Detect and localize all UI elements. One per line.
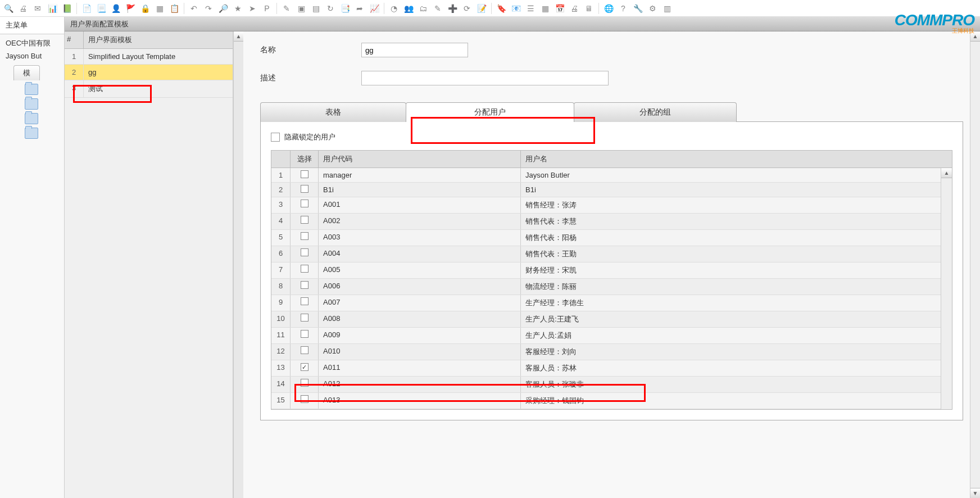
reload-icon[interactable]: ↻ xyxy=(324,2,337,15)
ut-header-code: 用户代码 xyxy=(319,151,521,167)
fwd-icon[interactable]: ↷ xyxy=(202,2,215,15)
arrow-icon[interactable]: ➤ xyxy=(246,2,258,15)
row-checkbox[interactable] xyxy=(301,330,308,338)
template-row[interactable]: 2gg xyxy=(65,65,233,80)
folder-icon[interactable] xyxy=(25,128,38,139)
row-checkbox[interactable]: ✓ xyxy=(301,363,308,371)
row-checkbox[interactable] xyxy=(301,297,308,305)
table-row[interactable]: 6 A004 销售代表：王勤 xyxy=(271,246,941,262)
gear-icon[interactable]: ⚙ xyxy=(646,2,659,15)
ut-row-name: 客服人员：苏林 xyxy=(521,360,941,376)
bar1-icon[interactable]: ▣ xyxy=(295,2,307,15)
print-icon[interactable]: 🖨 xyxy=(17,2,29,15)
zoom-icon[interactable]: 🔍 xyxy=(2,2,15,15)
table-row[interactable]: 3 A001 销售经理：张涛 xyxy=(271,197,941,214)
chart-icon[interactable]: 📈 xyxy=(368,2,380,15)
row-checkbox[interactable] xyxy=(301,314,308,322)
star-icon[interactable]: ★ xyxy=(232,2,244,15)
table-row[interactable]: 4 A002 销售代表：李慧 xyxy=(271,214,941,230)
note-icon[interactable]: 📝 xyxy=(475,2,488,15)
table-row[interactable]: 14 A012 客服人员：张璇非 xyxy=(271,377,941,393)
table-row[interactable]: 13 ✓ A011 客服人员：苏林 xyxy=(271,360,941,377)
row-checkbox[interactable] xyxy=(301,185,308,193)
sidebar-tab-mo[interactable]: 模 xyxy=(13,65,40,80)
word2-icon[interactable]: 📃 xyxy=(95,2,107,15)
row-checkbox[interactable] xyxy=(301,216,308,224)
row-checkbox[interactable] xyxy=(301,265,308,273)
user-icon[interactable]: 👤 xyxy=(110,2,122,15)
folder-icon[interactable] xyxy=(25,98,38,110)
row-checkbox[interactable] xyxy=(301,395,308,403)
pie-icon[interactable]: ◔ xyxy=(388,2,400,15)
row-checkbox[interactable] xyxy=(301,200,308,207)
row-checkbox[interactable] xyxy=(301,232,308,240)
row-checkbox[interactable] xyxy=(301,281,308,289)
p-icon[interactable]: P xyxy=(261,2,273,15)
ut-row-select-cell xyxy=(291,393,319,409)
desc-input[interactable] xyxy=(361,71,609,85)
table-row[interactable]: 12 A010 客服经理：刘向 xyxy=(271,344,941,360)
edit-icon[interactable]: ✎ xyxy=(432,2,444,15)
name-input[interactable] xyxy=(361,43,468,57)
template-row[interactable]: 1Simplified Layout Template xyxy=(65,49,233,65)
send-icon[interactable]: ➦ xyxy=(353,2,366,15)
layers-icon[interactable]: 🗂 xyxy=(417,2,429,15)
globe-icon[interactable]: 🌐 xyxy=(602,2,615,15)
table-row[interactable]: 15 A013 采购经理：钱国钧 xyxy=(271,393,941,409)
row-checkbox[interactable] xyxy=(301,170,308,178)
list-icon[interactable]: ☰ xyxy=(524,2,537,15)
badge-icon[interactable]: 🔖 xyxy=(495,2,507,15)
sidebar-user[interactable]: Jayson But xyxy=(2,50,62,62)
lock-icon[interactable]: 🔒 xyxy=(139,2,151,15)
row-checkbox[interactable] xyxy=(301,346,308,354)
msg-icon[interactable]: 📧 xyxy=(510,2,522,15)
scroll-up-icon[interactable]: ▲ xyxy=(234,31,243,42)
print2-icon[interactable]: 🖨 xyxy=(568,2,580,15)
tab-assign-groups[interactable]: 分配的组 xyxy=(574,102,737,122)
help-icon[interactable]: ? xyxy=(617,2,629,15)
table-row[interactable]: 5 A003 销售代表：阳杨 xyxy=(271,230,941,246)
users-icon[interactable]: 👥 xyxy=(402,2,415,15)
word-icon[interactable]: 📄 xyxy=(80,2,93,15)
folder-icon[interactable] xyxy=(25,113,38,124)
back-icon[interactable]: ↶ xyxy=(188,2,200,15)
bar2-icon[interactable]: ▤ xyxy=(310,2,322,15)
mail-icon[interactable]: ✉ xyxy=(31,2,44,15)
mon-icon[interactable]: 🖥 xyxy=(583,2,595,15)
cal-icon[interactable]: 📅 xyxy=(553,2,566,15)
excel-icon[interactable]: 📊 xyxy=(46,2,58,15)
doc2-icon[interactable]: 📑 xyxy=(339,2,351,15)
scroll-up-icon[interactable]: ▲ xyxy=(941,168,952,178)
row-checkbox[interactable] xyxy=(301,248,308,256)
add-icon[interactable]: ➕ xyxy=(446,2,459,15)
folder-icon[interactable] xyxy=(25,84,38,95)
table-row[interactable]: 10 A008 生产人员:王建飞 xyxy=(271,311,941,328)
flag-icon[interactable]: 🚩 xyxy=(124,2,137,15)
table-row[interactable]: 7 A005 财务经理：宋凯 xyxy=(271,262,941,279)
tab-table[interactable]: 表格 xyxy=(260,102,406,122)
table-row[interactable]: 2 B1i B1i xyxy=(271,183,941,197)
excel2-icon[interactable]: 📗 xyxy=(61,2,73,15)
find-icon[interactable]: 🔎 xyxy=(217,2,229,15)
sync-icon[interactable]: ⟳ xyxy=(461,2,473,15)
sidebar-company[interactable]: OEC中国有限 xyxy=(2,37,62,50)
letter-icon[interactable]: ✎ xyxy=(280,2,293,15)
template-scrollbar[interactable]: ▲ xyxy=(233,31,243,498)
row-checkbox[interactable] xyxy=(301,379,308,387)
template-row[interactable]: 3测试 xyxy=(65,80,233,98)
tool-icon[interactable]: 🔧 xyxy=(632,2,644,15)
tab-assign-users[interactable]: 分配用户 xyxy=(406,102,574,122)
hide-locked-checkbox[interactable] xyxy=(271,133,280,142)
content-scrollbar[interactable]: ▲ ▼ xyxy=(970,31,980,498)
table-row[interactable]: 9 A007 生产经理：李德生 xyxy=(271,295,941,311)
main-menu-tab[interactable]: 主菜单 xyxy=(0,17,64,34)
table-row[interactable]: 11 A009 生产人员:孟娟 xyxy=(271,328,941,344)
user-table-scrollbar[interactable]: ▲ xyxy=(941,168,952,409)
bar3-icon[interactable]: ▥ xyxy=(661,2,673,15)
scroll-down-icon[interactable]: ▼ xyxy=(970,488,980,498)
layout-icon[interactable]: ▦ xyxy=(153,2,166,15)
grid-icon[interactable]: ▦ xyxy=(539,2,551,15)
table-row[interactable]: 8 A006 物流经理：陈丽 xyxy=(271,279,941,295)
doc-icon[interactable]: 📋 xyxy=(168,2,180,15)
table-row[interactable]: 1 manager Jayson Butler xyxy=(271,168,941,183)
